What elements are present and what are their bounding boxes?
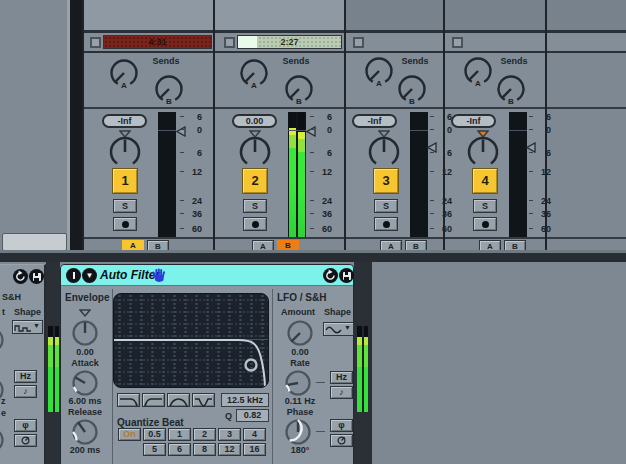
quantize-beat-button[interactable]: 2 [193,428,216,441]
meter-scale: 60612243660 [180,112,202,237]
track-number-button[interactable]: 3 [373,168,399,194]
arm-record-button[interactable] [113,217,137,231]
send-b-knob[interactable]: B [152,72,186,106]
attack-knob[interactable] [68,366,102,400]
solo-button[interactable]: S [113,199,137,213]
clip-stop-button[interactable] [224,37,235,48]
clip-stop-button[interactable] [452,37,463,48]
send-a-letter: A [237,81,271,90]
volume-display[interactable]: 0.00 [232,114,277,128]
track-number-button[interactable]: 2 [242,168,268,194]
quantize-beat-button[interactable]: 12 [218,443,241,456]
send-b-knob[interactable]: B [494,72,528,106]
hot-swap-button[interactable] [13,269,28,284]
pan-knob[interactable] [465,134,501,170]
clip-track1[interactable]: 4:31 [103,35,212,49]
lfo-amount-knob[interactable] [283,316,317,350]
quantize-beat-button[interactable]: 4 [243,428,266,441]
envelope-amount-knob[interactable] [68,316,102,350]
send-a-knob[interactable]: A [107,56,141,90]
quantize-beat-button[interactable]: 0.5 [143,428,166,441]
knob-icon [68,316,102,350]
track-number-button[interactable]: 1 [112,168,138,194]
send-b-knob[interactable]: B [282,72,316,106]
track-divider[interactable] [82,0,84,256]
release-knob[interactable] [68,415,102,449]
filter-curve [114,294,269,388]
highpass-filter-button[interactable] [142,393,165,407]
clip-stop-button[interactable] [90,37,101,48]
quantize-beat-button[interactable]: 5 [143,443,166,456]
phase-spin-button[interactable] [14,434,37,447]
volume-display[interactable]: -Inf [352,114,397,128]
q-resonance-field[interactable]: 0.82 [236,409,269,422]
shape-label: Shape [14,307,41,317]
arm-record-button[interactable] [374,217,398,231]
track-divider[interactable] [344,0,346,256]
send-b-knob[interactable]: B [395,72,429,106]
track-divider[interactable] [443,0,445,256]
left-panel-footer-bar[interactable] [2,233,67,251]
rate-note-button[interactable]: ♪ [330,386,353,399]
pan-knob[interactable] [237,134,273,170]
lfo-phase-value[interactable]: 180° [280,445,320,455]
clip-track2[interactable]: 2:27 [237,35,342,49]
solo-button[interactable]: S [374,199,398,213]
meter-scale-label: 60 [529,224,551,234]
release-value[interactable]: 200 ms [65,445,105,455]
lfo-shape-dropdown[interactable]: ▼ [12,320,43,334]
meter-scale-label: 60 [180,224,202,234]
quantize-beat-button[interactable]: 16 [243,443,266,456]
quantize-beat-button[interactable]: 1 [168,428,191,441]
rate-note-button[interactable]: ♪ [14,385,37,398]
send-a-letter: A [461,79,495,88]
partial-knob[interactable] [0,373,8,407]
rate-hz-button[interactable]: Hz [330,371,353,384]
track-divider[interactable] [545,0,547,256]
quantize-beat-button[interactable]: 8 [193,443,216,456]
device-activator-button[interactable] [66,268,81,283]
rate-hz-button[interactable]: Hz [14,370,37,383]
quantize-on-button[interactable]: On [118,428,141,441]
quantize-beat-button[interactable]: 6 [168,443,191,456]
quantize-beat-button[interactable]: 3 [218,428,241,441]
lfo-amount-value[interactable]: 0.00 [280,347,320,357]
attack-value[interactable]: 6.00 ms [65,396,105,406]
track-number-button[interactable]: 4 [472,168,498,194]
phase-spin-button[interactable] [330,434,353,447]
partial-knob[interactable] [0,423,8,457]
phase-phi-button[interactable]: φ [14,419,37,432]
lfo-rate-knob[interactable] [281,366,315,400]
send-a-knob[interactable]: A [461,54,495,88]
pan-knob[interactable] [366,134,402,170]
notch-filter-button[interactable] [192,393,215,407]
pan-knob[interactable] [107,134,143,170]
filter-display[interactable] [113,293,269,388]
lfo-shape-dropdown[interactable]: ▼ [323,322,354,336]
send-b-letter: B [282,97,316,106]
send-a-knob[interactable]: A [237,56,271,90]
arm-record-button[interactable] [243,217,267,231]
save-preset-button[interactable] [29,269,44,284]
solo-button[interactable]: S [243,199,267,213]
partial-knob[interactable] [0,323,8,357]
phase-phi-button[interactable]: φ [330,419,353,432]
envelope-amount-value[interactable]: 0.00 [65,347,105,357]
volume-display[interactable]: -Inf [451,114,496,128]
lowpass-filter-button[interactable] [117,393,140,407]
amount-label-fragment: t [2,307,5,317]
bandpass-filter-button[interactable] [167,393,190,407]
arm-record-button[interactable] [473,217,497,231]
send-a-knob[interactable]: A [362,54,396,88]
hot-swap-button[interactable] [323,268,338,283]
cutoff-frequency-field[interactable]: 12.5 kHz [221,393,269,407]
track-divider[interactable] [213,0,215,256]
lfo-phase-knob[interactable] [281,415,315,449]
lfo-rate-value[interactable]: 0.11 Hz [278,396,322,406]
volume-display[interactable]: -Inf [102,114,147,128]
device-title-bar[interactable]: ▼ Auto Filter [61,265,353,286]
save-preset-button[interactable] [339,268,354,283]
solo-button[interactable]: S [473,199,497,213]
device-fold-button[interactable]: ▼ [82,268,97,283]
clip-stop-button[interactable] [353,37,364,48]
